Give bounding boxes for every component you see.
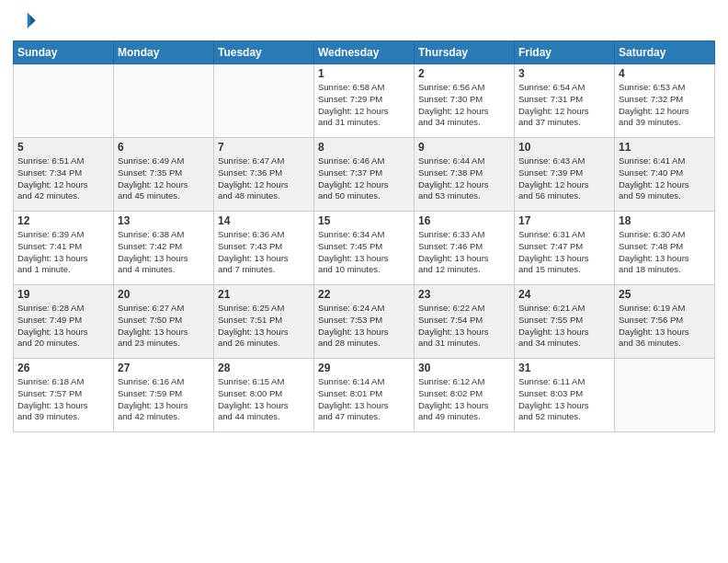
day-number: 19 [17,288,109,301]
calendar-cell: 30Sunrise: 6:12 AM Sunset: 8:02 PM Dayli… [415,359,515,432]
calendar-cell: 22Sunrise: 6:24 AM Sunset: 7:53 PM Dayli… [314,285,415,359]
day-number: 4 [619,67,711,80]
calendar-cell: 29Sunrise: 6:14 AM Sunset: 8:01 PM Dayli… [314,359,415,432]
day-info: Sunrise: 6:15 AM Sunset: 8:00 PM Dayligh… [218,376,310,423]
page: SundayMondayTuesdayWednesdayThursdayFrid… [0,0,728,563]
day-info: Sunrise: 6:19 AM Sunset: 7:56 PM Dayligh… [619,303,711,350]
day-info: Sunrise: 6:49 AM Sunset: 7:35 PM Dayligh… [118,155,210,202]
calendar-cell: 10Sunrise: 6:43 AM Sunset: 7:39 PM Dayli… [515,138,615,212]
calendar-cell: 25Sunrise: 6:19 AM Sunset: 7:56 PM Dayli… [615,285,715,359]
calendar-cell: 7Sunrise: 6:47 AM Sunset: 7:36 PM Daylig… [214,138,314,212]
day-number: 25 [619,288,711,301]
calendar-cell: 5Sunrise: 6:51 AM Sunset: 7:34 PM Daylig… [14,138,114,212]
week-row-1: 1Sunrise: 6:58 AM Sunset: 7:29 PM Daylig… [14,64,715,138]
day-info: Sunrise: 6:25 AM Sunset: 7:51 PM Dayligh… [218,303,310,350]
calendar-cell: 11Sunrise: 6:41 AM Sunset: 7:40 PM Dayli… [615,138,715,212]
logo-icon [13,9,39,35]
weekday-header-tuesday: Tuesday [214,41,314,64]
calendar-cell: 31Sunrise: 6:11 AM Sunset: 8:03 PM Dayli… [515,359,615,432]
week-row-5: 26Sunrise: 6:18 AM Sunset: 7:57 PM Dayli… [14,359,715,432]
day-info: Sunrise: 6:12 AM Sunset: 8:02 PM Dayligh… [418,376,510,423]
day-info: Sunrise: 6:27 AM Sunset: 7:50 PM Dayligh… [118,303,210,350]
calendar-cell [14,64,114,138]
calendar-cell: 21Sunrise: 6:25 AM Sunset: 7:51 PM Dayli… [214,285,314,359]
day-info: Sunrise: 6:24 AM Sunset: 7:53 PM Dayligh… [318,303,410,350]
day-info: Sunrise: 6:39 AM Sunset: 7:41 PM Dayligh… [17,229,109,276]
calendar-cell: 18Sunrise: 6:30 AM Sunset: 7:48 PM Dayli… [615,212,715,285]
day-number: 8 [318,141,410,154]
calendar-cell: 23Sunrise: 6:22 AM Sunset: 7:54 PM Dayli… [415,285,515,359]
day-info: Sunrise: 6:30 AM Sunset: 7:48 PM Dayligh… [619,229,711,276]
day-number: 15 [318,214,410,227]
calendar: SundayMondayTuesdayWednesdayThursdayFrid… [13,40,715,432]
weekday-header-sunday: Sunday [14,41,114,64]
day-number: 1 [318,67,410,80]
day-info: Sunrise: 6:51 AM Sunset: 7:34 PM Dayligh… [17,155,109,202]
day-info: Sunrise: 6:31 AM Sunset: 7:47 PM Dayligh… [518,229,610,276]
weekday-header-saturday: Saturday [615,41,715,64]
day-number: 6 [118,141,210,154]
day-info: Sunrise: 6:14 AM Sunset: 8:01 PM Dayligh… [318,376,410,423]
svg-marker-1 [30,16,35,26]
day-number: 30 [418,362,510,374]
calendar-cell: 16Sunrise: 6:33 AM Sunset: 7:46 PM Dayli… [415,212,515,285]
day-info: Sunrise: 6:58 AM Sunset: 7:29 PM Dayligh… [318,82,410,129]
header [13,9,715,35]
calendar-cell: 27Sunrise: 6:16 AM Sunset: 7:59 PM Dayli… [114,359,214,432]
day-info: Sunrise: 6:44 AM Sunset: 7:38 PM Dayligh… [418,155,510,202]
calendar-cell [114,64,214,138]
day-number: 26 [17,362,109,374]
calendar-cell: 26Sunrise: 6:18 AM Sunset: 7:57 PM Dayli… [14,359,114,432]
day-number: 27 [118,362,210,374]
calendar-cell: 28Sunrise: 6:15 AM Sunset: 8:00 PM Dayli… [214,359,314,432]
day-number: 29 [318,362,410,374]
calendar-cell: 6Sunrise: 6:49 AM Sunset: 7:35 PM Daylig… [114,138,214,212]
day-number: 2 [418,67,510,80]
calendar-cell: 3Sunrise: 6:54 AM Sunset: 7:31 PM Daylig… [515,64,615,138]
day-number: 7 [218,141,310,154]
day-info: Sunrise: 6:36 AM Sunset: 7:43 PM Dayligh… [218,229,310,276]
week-row-3: 12Sunrise: 6:39 AM Sunset: 7:41 PM Dayli… [14,212,715,285]
day-number: 5 [17,141,109,154]
weekday-header-wednesday: Wednesday [314,41,415,64]
day-number: 23 [418,288,510,301]
day-number: 28 [218,362,310,374]
day-number: 24 [518,288,610,301]
calendar-cell: 20Sunrise: 6:27 AM Sunset: 7:50 PM Dayli… [114,285,214,359]
day-number: 13 [118,214,210,227]
day-info: Sunrise: 6:28 AM Sunset: 7:49 PM Dayligh… [17,303,109,350]
day-number: 18 [619,214,711,227]
week-row-2: 5Sunrise: 6:51 AM Sunset: 7:34 PM Daylig… [14,138,715,212]
calendar-cell: 8Sunrise: 6:46 AM Sunset: 7:37 PM Daylig… [314,138,415,212]
weekday-header-monday: Monday [114,41,214,64]
calendar-cell: 12Sunrise: 6:39 AM Sunset: 7:41 PM Dayli… [14,212,114,285]
day-number: 21 [218,288,310,301]
day-info: Sunrise: 6:43 AM Sunset: 7:39 PM Dayligh… [518,155,610,202]
day-info: Sunrise: 6:34 AM Sunset: 7:45 PM Dayligh… [318,229,410,276]
day-info: Sunrise: 6:16 AM Sunset: 7:59 PM Dayligh… [118,376,210,423]
day-info: Sunrise: 6:56 AM Sunset: 7:30 PM Dayligh… [418,82,510,129]
day-info: Sunrise: 6:11 AM Sunset: 8:03 PM Dayligh… [518,376,610,423]
day-number: 11 [619,141,711,154]
weekday-header-thursday: Thursday [415,41,515,64]
day-number: 3 [518,67,610,80]
day-info: Sunrise: 6:46 AM Sunset: 7:37 PM Dayligh… [318,155,410,202]
calendar-cell [615,359,715,432]
calendar-cell: 14Sunrise: 6:36 AM Sunset: 7:43 PM Dayli… [214,212,314,285]
logo [13,9,42,35]
calendar-cell: 24Sunrise: 6:21 AM Sunset: 7:55 PM Dayli… [515,285,615,359]
day-info: Sunrise: 6:53 AM Sunset: 7:32 PM Dayligh… [619,82,711,129]
week-row-4: 19Sunrise: 6:28 AM Sunset: 7:49 PM Dayli… [14,285,715,359]
calendar-cell: 4Sunrise: 6:53 AM Sunset: 7:32 PM Daylig… [615,64,715,138]
day-number: 22 [318,288,410,301]
day-number: 10 [518,141,610,154]
day-info: Sunrise: 6:18 AM Sunset: 7:57 PM Dayligh… [17,376,109,423]
day-number: 16 [418,214,510,227]
day-info: Sunrise: 6:21 AM Sunset: 7:55 PM Dayligh… [518,303,610,350]
weekday-header-row: SundayMondayTuesdayWednesdayThursdayFrid… [14,41,715,64]
day-number: 20 [118,288,210,301]
calendar-cell: 2Sunrise: 6:56 AM Sunset: 7:30 PM Daylig… [415,64,515,138]
day-number: 31 [518,362,610,374]
day-info: Sunrise: 6:41 AM Sunset: 7:40 PM Dayligh… [619,155,711,202]
calendar-cell: 15Sunrise: 6:34 AM Sunset: 7:45 PM Dayli… [314,212,415,285]
